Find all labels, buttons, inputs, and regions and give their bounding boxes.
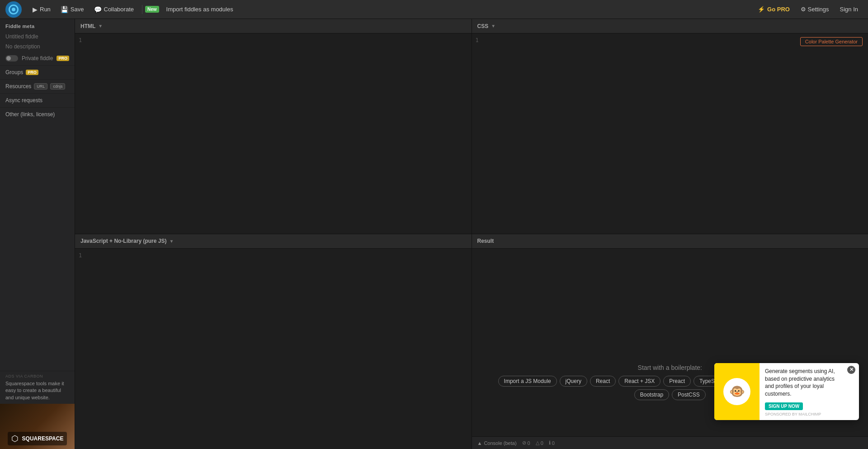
boilerplate-button[interactable]: Preact: [663, 376, 691, 387]
signin-button[interactable]: Sign In: [835, 4, 863, 14]
boilerplate-button[interactable]: React + JSX: [618, 376, 660, 387]
ads-image[interactable]: ⬡ SQUARESPACE: [0, 404, 75, 449]
boilerplate-title: Start with a boilerplate:: [638, 364, 702, 371]
html-pane-arrow: ▼: [98, 24, 103, 28]
private-label: Private fiddle: [22, 55, 53, 61]
main-body: Fiddle meta Private fiddle PRO Groups PR…: [0, 19, 868, 449]
lightning-icon: ⚡: [758, 6, 765, 13]
ad-popup-content: ✕ Generate segments using AI, based on p…: [760, 363, 859, 420]
warning-icon: △: [536, 440, 539, 446]
run-icon: ▶: [33, 6, 38, 13]
signin-label: Sign In: [840, 6, 858, 13]
color-palette-button[interactable]: Color Palette Generator: [800, 37, 863, 46]
boilerplate-button[interactable]: React: [590, 376, 616, 387]
console-label-text: Console (beta): [484, 440, 516, 446]
console-error-count: ⊘ 0: [522, 440, 530, 446]
resources-url-badge: URL: [34, 83, 47, 90]
js-line-number: 1: [79, 252, 82, 259]
boilerplate-button[interactable]: PostCSS: [672, 389, 706, 400]
sidebar-resources[interactable]: Resources URL cdnjs: [0, 79, 75, 93]
nav-right: ⚡ Go PRO ⚙ Settings Sign In: [753, 4, 863, 14]
sidebar-async[interactable]: Async requests: [0, 93, 75, 107]
run-label: Run: [40, 6, 51, 13]
html-pane-header[interactable]: HTML ▼: [75, 19, 472, 33]
collaborate-label: Collaborate: [104, 6, 134, 13]
new-badge: New: [145, 6, 159, 13]
ad-popup-image: 🐵: [714, 363, 760, 420]
js-pane-body[interactable]: 1: [75, 249, 472, 449]
run-button[interactable]: ▶ Run: [28, 4, 55, 15]
error-count-value: 0: [528, 440, 530, 446]
css-pane-header[interactable]: CSS ▼: [472, 19, 868, 33]
css-pane-arrow: ▼: [491, 24, 495, 28]
import-label: Import fiddles as modules: [166, 6, 233, 13]
result-pane-header: Result: [472, 234, 868, 249]
console-icon: ▲: [477, 440, 482, 446]
html-pane-title: HTML: [80, 23, 95, 29]
result-pane-wrapper: Result Start with a boilerplate: Import …: [472, 234, 868, 449]
ads-brand: ⬡ SQUARESPACE: [8, 432, 67, 445]
groups-label: Groups: [5, 69, 23, 76]
js-pane-header[interactable]: JavaScript + No-Library (pure JS) ▼: [75, 234, 472, 249]
boilerplate-button[interactable]: Import a JS Module: [498, 376, 557, 387]
settings-button[interactable]: ⚙ Settings: [796, 4, 834, 14]
css-pane-body[interactable]: 1 Color Palette Generator: [472, 33, 868, 234]
console-bar: ▲ Console (beta) ⊘ 0 △ 0 ℹ 0: [472, 436, 868, 449]
console-warning-count: △ 0: [536, 440, 543, 446]
fiddle-meta-title: Fiddle meta: [0, 19, 75, 32]
ads-text: Squarespace tools make it easy to create…: [0, 379, 75, 404]
topnav: ▶ Run 💾 Save 💬 Collaborate New Import fi…: [0, 0, 868, 19]
sidebar-other[interactable]: Other (links, license): [0, 107, 75, 121]
async-label: Async requests: [5, 97, 42, 104]
ad-popup-close-button[interactable]: ✕: [847, 366, 855, 374]
sidebar: Fiddle meta Private fiddle PRO Groups PR…: [0, 19, 75, 449]
boilerplate-button[interactable]: Bootstrap: [634, 389, 669, 400]
collaborate-button[interactable]: 💬 Collaborate: [90, 4, 139, 15]
sidebar-ads: ADS VIA CARBON Squarespace tools make it…: [0, 371, 75, 449]
js-pane: JavaScript + No-Library (pure JS) ▼ 1: [75, 234, 472, 449]
private-pro-badge: PRO: [57, 56, 69, 61]
resources-label: Resources: [5, 83, 31, 90]
html-pane: HTML ▼ 1: [75, 19, 472, 234]
private-toggle[interactable]: [5, 55, 18, 61]
editor-area: HTML ▼ 1 CSS ▼ 1 Color Palette Generator: [75, 19, 868, 449]
result-pane-body: Start with a boilerplate: Import a JS Mo…: [472, 249, 868, 437]
html-pane-body[interactable]: 1: [75, 33, 472, 234]
save-button[interactable]: 💾 Save: [56, 4, 89, 15]
bottom-panes: JavaScript + No-Library (pure JS) ▼ 1 Re…: [75, 234, 868, 449]
logo: [5, 1, 22, 18]
boilerplate-button[interactable]: jQuery: [560, 376, 587, 387]
js-pane-title: JavaScript + No-Library (pure JS): [80, 238, 166, 244]
ads-via-label: ADS VIA CARBON: [0, 371, 75, 379]
result-pane-title: Result: [477, 238, 494, 244]
save-label: Save: [71, 6, 84, 13]
mailchimp-logo: 🐵: [721, 376, 753, 407]
fiddle-title-input[interactable]: [0, 32, 75, 42]
fiddle-description-input[interactable]: [0, 42, 75, 52]
warning-count-value: 0: [541, 440, 543, 446]
other-label: Other (links, license): [5, 111, 55, 118]
html-line-number: 1: [79, 37, 82, 43]
css-pane: CSS ▼ 1 Color Palette Generator: [472, 19, 868, 234]
ad-popup-text: Generate segments using AI, based on pre…: [765, 368, 854, 398]
squarespace-brand: SQUARESPACE: [22, 435, 64, 442]
collaborate-icon: 💬: [94, 6, 102, 13]
js-pane-arrow: ▼: [169, 239, 174, 244]
error-icon: ⊘: [522, 440, 526, 446]
import-button[interactable]: Import fiddles as modules: [162, 4, 238, 14]
logo-icon: [9, 5, 19, 14]
console-label[interactable]: ▲ Console (beta): [477, 440, 517, 446]
squarespace-icon: ⬡: [11, 434, 19, 444]
ad-popup: 🐵 ✕ Generate segments using AI, based on…: [714, 363, 859, 420]
ad-popup-sponsor: SPONSORED BY MAILCHIMP: [765, 412, 854, 416]
settings-label: Settings: [808, 6, 829, 13]
go-pro-button[interactable]: ⚡ Go PRO: [753, 4, 794, 14]
ad-popup-cta-button[interactable]: SIGN UP NOW: [765, 402, 803, 410]
mailchimp-icon: 🐵: [723, 378, 750, 405]
nav-separator: [142, 5, 142, 14]
gear-icon: ⚙: [801, 6, 808, 13]
sidebar-groups[interactable]: Groups PRO: [0, 65, 75, 79]
resources-cdnjs-badge: cdnjs: [50, 83, 65, 90]
css-pane-title: CSS: [477, 23, 489, 29]
go-pro-label: Go PRO: [767, 6, 790, 13]
